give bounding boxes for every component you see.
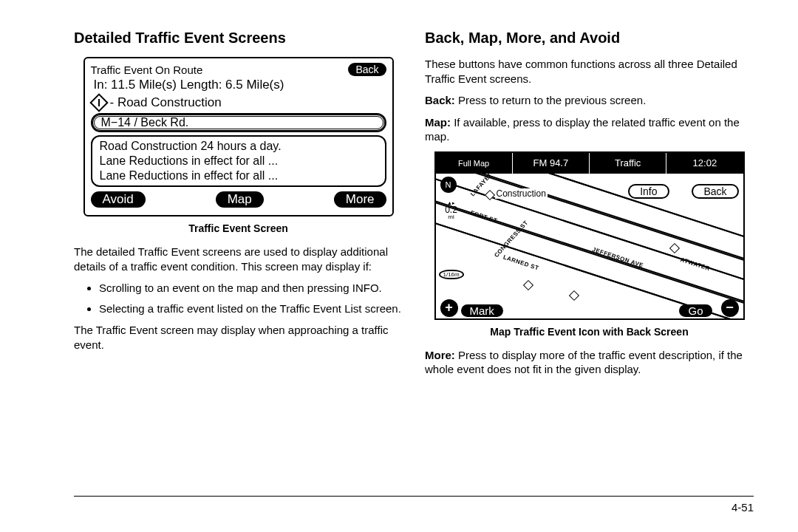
- bullet-item: Selecting a traffic event listed on the …: [99, 301, 403, 316]
- street-fort: FORT ST: [469, 209, 498, 224]
- ts-title: Traffic Event On Route: [91, 64, 203, 76]
- traffic-event-screen: Traffic Event On Route Back In: 11.5 Mil…: [83, 57, 394, 216]
- map-traffic-screen: Full Map FM 94.7 Traffic 12:02: [434, 151, 745, 320]
- ts-back-button[interactable]: Back: [348, 63, 386, 76]
- ts-desc-line: Road Construction 24 hours a day.: [100, 139, 378, 154]
- street-atwater: ATWATER: [679, 256, 711, 271]
- mark-button[interactable]: Mark: [461, 304, 503, 317]
- construction-label: Construction: [495, 188, 548, 199]
- tab-traffic[interactable]: Traffic: [590, 153, 666, 174]
- map-canvas[interactable]: LAFAYETTE FORT ST CONGRESS ST LARNED ST …: [436, 174, 743, 320]
- go-button[interactable]: Go: [679, 304, 712, 317]
- def-more: Press to display more of the traffic eve…: [425, 349, 743, 376]
- ts-road-name[interactable]: M−14 / Beck Rd.: [91, 113, 386, 132]
- def-back: Press to return to the previous screen.: [455, 94, 646, 106]
- term-map: Map:: [425, 116, 451, 129]
- tab-fm[interactable]: FM 94.7: [513, 153, 590, 174]
- ts-type-label: - Road Construction: [110, 95, 222, 110]
- right-heading: Back, Map, More, and Avoid: [425, 30, 754, 47]
- more-button[interactable]: More: [334, 191, 386, 208]
- term-back: Back:: [425, 94, 455, 106]
- left-intro: The detailed Traffic Event screens are u…: [74, 245, 403, 273]
- term-more: More:: [425, 349, 455, 361]
- fig-caption-left: Traffic Event Screen: [74, 222, 403, 234]
- map-scale: ▲▸ 0.2 mi: [440, 200, 463, 220]
- left-heading: Detailed Traffic Event Screens: [74, 30, 403, 47]
- fig-caption-right: Map Traffic Event Icon with Back Screen: [425, 326, 754, 338]
- bullet-item: Scrolling to an event on the map and the…: [99, 281, 403, 296]
- more-definition: More: Press to display more of the traff…: [425, 348, 754, 377]
- back-button[interactable]: Back: [692, 184, 738, 199]
- left-after: The Traffic Event screen may display whe…: [74, 323, 403, 352]
- page-number: 4-51: [74, 496, 754, 514]
- ts-description[interactable]: Road Construction 24 hours a day. Lane R…: [91, 135, 386, 187]
- ts-desc-line: Lane Reductions in effect for all ...: [100, 168, 378, 183]
- traffic-event-icon[interactable]: [568, 290, 579, 300]
- def-map: If available, press to display the relat…: [425, 116, 740, 143]
- traffic-event-icon[interactable]: [669, 242, 679, 253]
- street-jefferson: JEFFERSON AVE: [591, 246, 644, 269]
- avoid-button[interactable]: Avoid: [91, 191, 146, 208]
- traffic-event-icon[interactable]: [522, 279, 533, 290]
- back-definition: Back: Press to return to the previous sc…: [425, 93, 754, 108]
- left-bullet-list: Scrolling to an event on the map and the…: [74, 281, 403, 316]
- ts-desc-line: Lane Reductions in effect for all ...: [100, 154, 378, 168]
- ts-event-type: - Road Construction: [92, 95, 386, 110]
- map-button[interactable]: Map: [216, 191, 264, 208]
- info-button[interactable]: Info: [628, 184, 669, 199]
- right-intro: These buttons have common functions acro…: [425, 57, 754, 86]
- map-definition: Map: If available, press to display the …: [425, 115, 754, 144]
- tab-full-map[interactable]: Full Map: [436, 153, 513, 174]
- zoom-out-button[interactable]: −: [721, 299, 739, 317]
- zoom-in-button[interactable]: +: [440, 299, 458, 317]
- construction-icon: [89, 93, 108, 112]
- ts-metrics: In: 11.5 Mile(s) Length: 6.5 Mile(s): [94, 78, 386, 92]
- tab-time[interactable]: 12:02: [666, 153, 743, 174]
- mini-scale: 1/16m: [439, 270, 464, 279]
- compass-icon[interactable]: N: [440, 177, 457, 193]
